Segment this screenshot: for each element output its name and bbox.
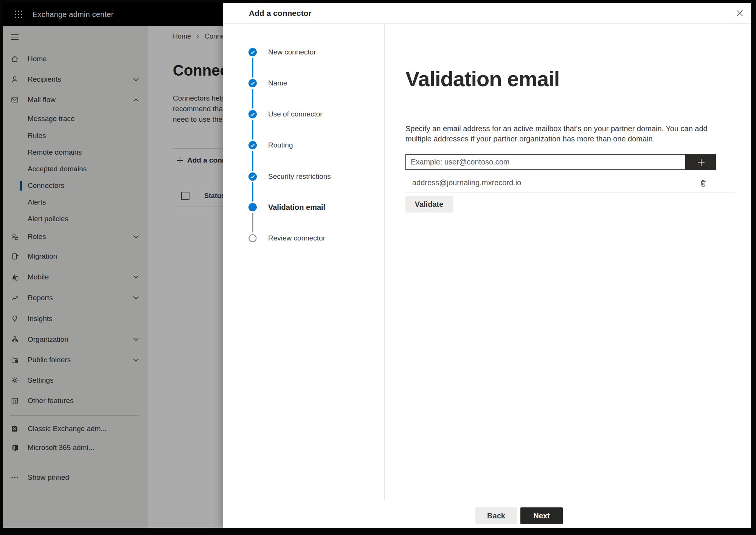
plus-icon bbox=[697, 158, 706, 167]
step-use-of-connector[interactable]: Use of connector bbox=[248, 106, 323, 123]
step-review-connector[interactable]: Review connector bbox=[248, 230, 325, 247]
step-complete-icon bbox=[248, 79, 257, 87]
dialog-title: Add a connector bbox=[249, 9, 312, 18]
trash-icon bbox=[699, 179, 707, 187]
step-routing[interactable]: Routing bbox=[248, 137, 293, 154]
step-label: Validation email bbox=[268, 203, 325, 212]
step-security-restrictions[interactable]: Security restrictions bbox=[248, 168, 331, 185]
step-complete-icon bbox=[248, 110, 257, 118]
footer-divider bbox=[223, 500, 751, 500]
step-complete-icon bbox=[248, 141, 257, 149]
step-description: Specify an email address for an active m… bbox=[405, 124, 708, 144]
step-description-line: multiple addresses if your partner organ… bbox=[405, 134, 708, 144]
next-button[interactable]: Next bbox=[520, 507, 563, 524]
delete-email-button[interactable] bbox=[699, 178, 708, 188]
close-button[interactable] bbox=[733, 6, 747, 20]
dialog-header-divider bbox=[223, 23, 751, 24]
add-email-button[interactable] bbox=[686, 154, 716, 170]
step-label: Name bbox=[268, 79, 287, 87]
email-list-row: address@journaling.mxrecord.io bbox=[405, 174, 735, 193]
step-label: New connector bbox=[268, 48, 316, 56]
step-label: Review connector bbox=[268, 234, 325, 242]
close-icon bbox=[736, 10, 743, 17]
stepper-divider bbox=[384, 24, 385, 500]
step-label: Routing bbox=[268, 141, 293, 149]
step-name[interactable]: Name bbox=[248, 75, 287, 91]
back-button[interactable]: Back bbox=[475, 507, 517, 524]
add-connector-dialog: Add a connector New connector Name Use o… bbox=[223, 3, 751, 528]
row-divider bbox=[405, 192, 735, 193]
step-label: Security restrictions bbox=[268, 172, 331, 181]
app-window: Exchange admin center Home Recipients bbox=[3, 3, 751, 528]
step-new-connector[interactable]: New connector bbox=[248, 44, 316, 60]
step-complete-icon bbox=[248, 172, 257, 181]
validate-button[interactable]: Validate bbox=[405, 196, 453, 212]
step-label: Use of connector bbox=[268, 110, 323, 118]
step-current-icon bbox=[248, 203, 257, 211]
step-validation-email[interactable]: Validation email bbox=[248, 199, 325, 216]
email-input[interactable] bbox=[405, 154, 686, 170]
email-address-text: address@journaling.mxrecord.io bbox=[412, 178, 521, 187]
step-heading: Validation email bbox=[405, 67, 559, 91]
step-description-line: Specify an email address for an active m… bbox=[405, 124, 708, 134]
step-todo-icon bbox=[248, 234, 257, 242]
step-complete-icon bbox=[248, 48, 257, 56]
